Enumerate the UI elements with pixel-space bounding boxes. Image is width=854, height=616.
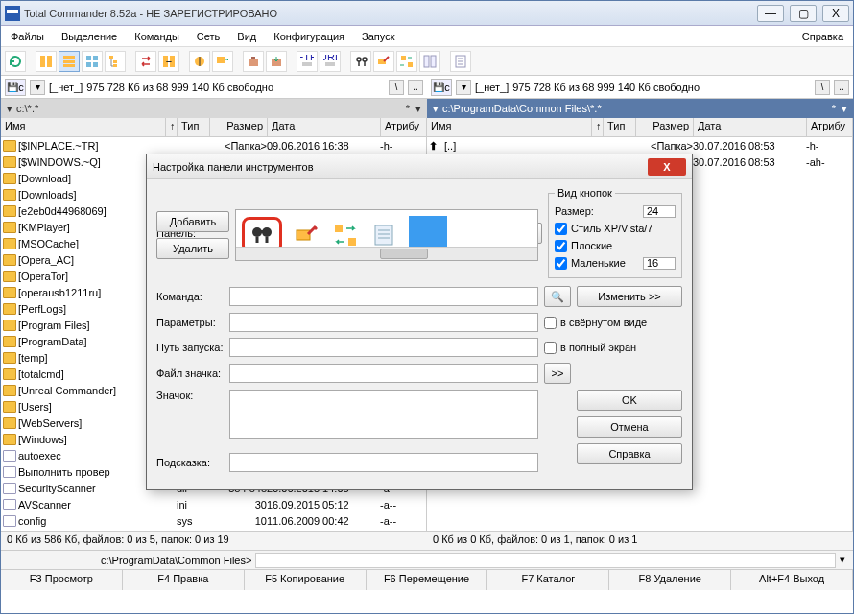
f3-view[interactable]: F3 Просмотр (1, 570, 123, 590)
notepad-tool-icon[interactable] (370, 222, 397, 249)
tb-thumbs-icon[interactable] (82, 51, 103, 72)
menu-start[interactable]: Запуск (358, 29, 398, 44)
xp-style-checkbox[interactable] (555, 223, 567, 235)
menu-files[interactable]: Файлы (7, 29, 48, 44)
hdr-attr-right[interactable]: Атрибу (807, 118, 853, 136)
add-button[interactable]: Добавить (156, 211, 229, 232)
tb-refresh-icon[interactable] (5, 51, 26, 72)
tb-full-icon[interactable] (59, 51, 80, 72)
menu-config[interactable]: Конфигурация (270, 29, 348, 44)
icon-strip[interactable] (235, 209, 538, 261)
size-input[interactable] (643, 205, 676, 218)
up-button-right[interactable]: .. (834, 80, 849, 95)
menu-commands[interactable]: Команды (130, 29, 183, 44)
minimized-checkbox[interactable] (544, 317, 557, 329)
file-icon (3, 499, 16, 510)
tb-sync-icon[interactable] (396, 51, 417, 72)
startpath-label: Путь запуска: (156, 342, 224, 353)
ok-button[interactable]: OK (577, 390, 682, 411)
hdr-sort-right[interactable]: ↑ (592, 118, 604, 136)
tb-equal-icon[interactable]: = (158, 51, 179, 72)
altf4-exit[interactable]: Alt+F4 Выход (731, 570, 853, 590)
f7-mkdir[interactable]: F7 Каталог (487, 570, 609, 590)
drive-button-left[interactable]: 💾c (5, 79, 26, 96)
hdr-name-left[interactable]: Имя (1, 118, 166, 136)
rename-tool-icon[interactable] (294, 222, 320, 249)
icon-strip-scrollbar[interactable] (236, 247, 537, 260)
svg-rect-9 (109, 56, 113, 59)
tb-tree-icon[interactable] (105, 51, 126, 72)
cancel-button[interactable]: Отмена (577, 416, 682, 438)
dialog-titlebar[interactable]: Настройка панели инструментов X (147, 154, 692, 179)
hdr-date-left[interactable]: Дата (268, 118, 381, 136)
tb-pack-icon[interactable] (243, 51, 264, 72)
tb-unpack-icon[interactable] (266, 51, 287, 72)
menu-help[interactable]: Справка (798, 29, 847, 44)
up-button-left[interactable]: .. (408, 80, 423, 95)
small-checkbox[interactable] (555, 257, 567, 270)
tb-url-icon[interactable]: URL (320, 51, 341, 72)
scroll-thumb[interactable] (380, 249, 428, 259)
folder-icon (3, 417, 16, 429)
dialog-close-button[interactable]: X (648, 158, 686, 176)
hdr-size-left[interactable]: Размер (210, 118, 268, 136)
svg-rect-29 (424, 56, 429, 67)
tb-goto-icon[interactable] (212, 51, 233, 72)
menu-net[interactable]: Сеть (193, 29, 224, 44)
help-button[interactable]: Справка (577, 443, 682, 464)
drive-dropdown-right[interactable]: ▾ (456, 80, 471, 95)
f6-move[interactable]: F6 Перемещение (367, 570, 488, 590)
binoculars-icon[interactable] (249, 222, 275, 249)
folder-icon (3, 385, 16, 396)
titlebar[interactable]: Total Commander 8.52a - НЕ ЗАРЕГИСТРИРОВ… (1, 1, 853, 26)
root-button-left[interactable]: \ (389, 80, 404, 95)
sync-tool-icon[interactable] (332, 222, 359, 249)
f4-edit[interactable]: F4 Правка (123, 570, 245, 590)
fullscreen-checkbox[interactable] (544, 342, 557, 354)
maximize-button[interactable]: ▢ (790, 5, 817, 22)
f8-delete[interactable]: F8 Удаление (609, 570, 731, 590)
tb-ftp-icon[interactable]: FTP (297, 51, 318, 72)
drive-dropdown-left[interactable]: ▾ (30, 80, 45, 95)
list-item[interactable]: AVScannerini3016.09.2015 05:12-a-- (1, 496, 426, 512)
params-input[interactable] (229, 313, 538, 332)
cmd-input[interactable] (255, 553, 836, 568)
delete-button[interactable]: Удалить (156, 238, 229, 259)
tb-compare-icon[interactable] (419, 51, 440, 72)
path-right[interactable]: ▾c:\ProgramData\Common Files\*.* *▾ (427, 99, 853, 118)
hdr-ext-right[interactable]: Тип (604, 118, 636, 136)
hdr-sort-left[interactable]: ↑ (166, 118, 178, 136)
f5-copy[interactable]: F5 Копирование (245, 570, 367, 590)
startpath-input[interactable] (229, 338, 538, 357)
tb-swap-icon[interactable] (135, 51, 156, 72)
drive-button-right[interactable]: 💾c (431, 79, 452, 96)
list-item[interactable]: [$INPLACE.~TR]<Папка>09.06.2016 16:38-h- (1, 137, 426, 154)
minimize-button[interactable]: — (757, 5, 784, 22)
iconfile-browse-button[interactable]: >> (544, 363, 571, 384)
tb-brief-icon[interactable] (36, 51, 57, 72)
list-item[interactable]: configsys1011.06.2009 00:42-a-- (1, 512, 426, 529)
iconfile-input[interactable] (229, 364, 538, 383)
hdr-ext-left[interactable]: Тип (178, 118, 210, 136)
hdr-name-right[interactable]: Имя (427, 118, 592, 136)
menu-view[interactable]: Вид (233, 29, 260, 44)
icon-picker[interactable] (229, 390, 538, 439)
root-button-right[interactable]: \ (815, 80, 830, 95)
tb-search-icon[interactable] (350, 51, 371, 72)
list-item[interactable]: ⬆[..]<Папка>30.07.2016 08:53-h- (427, 137, 852, 154)
command-search-button[interactable]: 🔍 (544, 286, 571, 307)
close-button[interactable]: X (822, 5, 849, 22)
hdr-size-right[interactable]: Размер (636, 118, 694, 136)
tb-rename-icon[interactable] (373, 51, 394, 72)
tb-invert-icon[interactable] (189, 51, 210, 72)
tb-notepad-icon[interactable] (450, 51, 471, 72)
flat-checkbox[interactable] (555, 240, 567, 252)
command-input[interactable] (229, 287, 538, 306)
hdr-attr-left[interactable]: Атрибу (381, 118, 427, 136)
hdr-date-right[interactable]: Дата (694, 118, 807, 136)
menu-selection[interactable]: Выделение (58, 29, 121, 44)
path-left[interactable]: ▾c:\*.* *▾ (1, 99, 427, 118)
tooltip-input[interactable] (229, 453, 538, 472)
small-size-input[interactable] (643, 257, 676, 270)
change-button[interactable]: Изменить >> (577, 286, 682, 307)
